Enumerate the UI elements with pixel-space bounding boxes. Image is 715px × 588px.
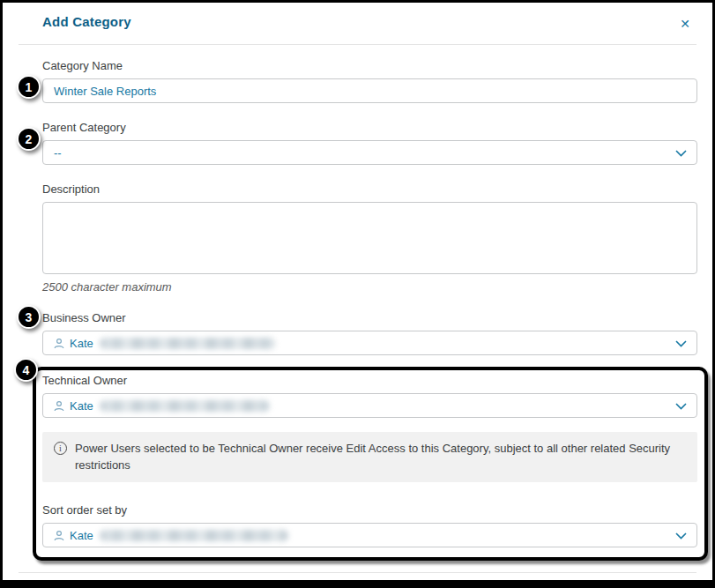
dialog-actions: Save Cancel <box>42 584 712 588</box>
user-icon <box>54 338 64 349</box>
cancel-button[interactable]: Cancel <box>120 584 190 588</box>
dialog-title: Add Category <box>42 14 131 29</box>
info-note-text: Power Users selected to be Technical Own… <box>75 440 685 473</box>
screenshot-frame: 1 2 3 4 Add Category ✕ Category Name Par… <box>0 0 715 588</box>
parent-category-select[interactable]: -- <box>42 140 697 165</box>
description-textarea[interactable] <box>42 202 697 274</box>
parent-category-label: Parent Category <box>42 121 697 134</box>
callout-badge-1: 1 <box>17 75 41 99</box>
description-hint: 2500 character maximum <box>42 280 697 294</box>
user-icon <box>54 530 64 541</box>
category-name-label: Category Name <box>42 59 697 72</box>
add-category-form: Category Name Parent Category -- Descrip… <box>3 45 712 561</box>
sort-order-group: Sort order set by Kate <box>42 503 697 547</box>
close-icon[interactable]: ✕ <box>677 15 693 33</box>
callout-badge-3: 3 <box>17 305 41 329</box>
technical-owner-group: Technical Owner Kate <box>42 374 697 418</box>
callout-badge-4: 4 <box>14 358 38 382</box>
info-icon: i <box>54 442 67 455</box>
technical-owner-callout-box: Technical Owner Kate i <box>33 367 708 561</box>
chevron-down-icon <box>675 335 687 351</box>
footer-divider <box>19 572 696 573</box>
chevron-down-icon <box>675 398 687 413</box>
technical-owner-label: Technical Owner <box>42 374 697 387</box>
sort-order-value: Kate <box>70 529 93 542</box>
technical-owner-value: Kate <box>70 399 93 413</box>
business-owner-value: Kate <box>70 337 93 350</box>
business-owner-group: Business Owner Kate <box>42 311 697 355</box>
redacted-text <box>100 338 276 349</box>
redacted-text <box>100 530 288 541</box>
dialog-header: Add Category ✕ <box>3 3 712 33</box>
parent-category-value: -- <box>54 146 62 160</box>
callout-badge-2: 2 <box>17 127 41 151</box>
add-category-dialog: 1 2 3 4 Add Category ✕ Category Name Par… <box>3 3 712 580</box>
sort-order-label: Sort order set by <box>42 503 697 517</box>
sort-order-select[interactable]: Kate <box>42 523 697 547</box>
business-owner-select[interactable]: Kate <box>42 331 697 355</box>
business-owner-label: Business Owner <box>42 311 697 324</box>
technical-owner-select[interactable]: Kate <box>42 393 697 418</box>
parent-category-group: Parent Category -- <box>42 121 697 165</box>
description-group: Description 2500 character maximum <box>42 182 697 294</box>
technical-owner-info-note: i Power Users selected to be Technical O… <box>42 432 697 482</box>
save-button[interactable]: Save <box>42 584 113 588</box>
category-name-group: Category Name <box>42 59 697 103</box>
chevron-down-icon <box>675 145 687 160</box>
chevron-down-icon <box>675 527 687 543</box>
category-name-input[interactable] <box>42 78 697 103</box>
redacted-text <box>100 400 270 412</box>
description-label: Description <box>42 182 697 196</box>
user-icon <box>54 400 64 412</box>
